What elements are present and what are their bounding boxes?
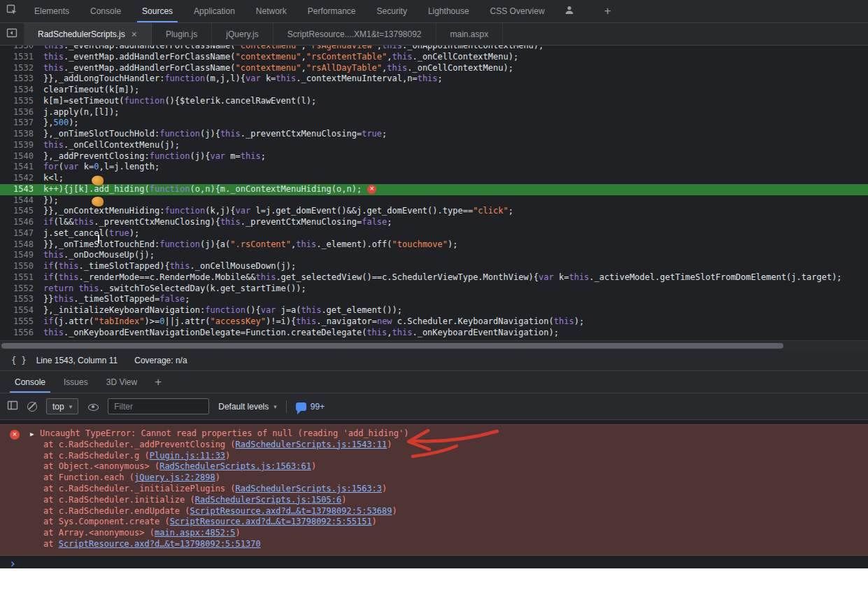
code-line-1550[interactable]: 1550if(this._timeSlotTapped){this._onCel… [0, 261, 868, 272]
javascript-context-select[interactable]: top ▾ [46, 398, 78, 414]
main-tab-strip: ElementsConsoleSourcesApplicationNetwork… [24, 0, 555, 22]
code-line-1539[interactable]: 1539this._onCellContextMenu(j); [0, 140, 868, 151]
tab-elements[interactable]: Elements [24, 0, 80, 22]
live-expression-eye-icon[interactable] [87, 401, 99, 412]
tab-security[interactable]: Security [367, 0, 418, 22]
code-line-1530[interactable]: 1530this._eventMap.addHandlerForClassNam… [0, 46, 868, 52]
code-line-1552[interactable]: 1552return this._switchToSelectedDay(k.g… [0, 284, 868, 295]
clear-console-icon[interactable] [27, 402, 37, 412]
line-number[interactable]: 1555 [0, 316, 43, 328]
line-number[interactable]: 1553 [0, 294, 43, 305]
drawer-tab-3d-view[interactable]: 3D View [97, 371, 146, 393]
pretty-print-button[interactable]: { } [7, 356, 31, 365]
line-number[interactable]: 1537 [0, 118, 43, 129]
line-number[interactable]: 1539 [0, 140, 43, 151]
code-line-1548[interactable]: 1548}},_onTimeSlotTouchEnd:function(j){a… [0, 239, 868, 251]
line-number[interactable]: 1530 [0, 46, 43, 52]
line-number[interactable]: 1543 [0, 184, 43, 195]
line-number[interactable]: 1535 [0, 96, 43, 107]
code-line-1533[interactable]: 1533}},_addLongTouchHandler:function(m,j… [0, 74, 868, 85]
toggle-navigator-button[interactable] [0, 23, 24, 45]
line-number[interactable]: 1532 [0, 63, 43, 74]
line-number[interactable]: 1548 [0, 239, 43, 251]
code-line-1537[interactable]: 1537},500); [0, 118, 868, 129]
stack-link[interactable]: RadSchedulerScripts.js:1543:11 [236, 440, 387, 449]
code-line-1534[interactable]: 1534clearTimeout(k[m]); [0, 85, 868, 96]
tab-network[interactable]: Network [246, 0, 297, 22]
stack-link[interactable]: ScriptResource.axd?d…&t=13798092:5:53689 [190, 506, 392, 516]
code-line-1542[interactable]: 1542k<l; [0, 173, 868, 184]
code-line-1532[interactable]: 1532this._eventMap.addHandlerForClassNam… [0, 63, 868, 74]
code-line-1556[interactable]: 1556this._onKeyboardEventNavigationDeleg… [0, 328, 868, 339]
log-levels-dropdown[interactable]: Default levels ▾ [218, 402, 277, 412]
tab-performance[interactable]: Performance [297, 0, 367, 22]
console-sidebar-toggle-button[interactable] [7, 400, 18, 414]
line-number[interactable]: 1545 [0, 206, 43, 217]
line-number[interactable]: 1533 [0, 74, 43, 85]
file-tab-jquery-js[interactable]: jQuery.js [212, 23, 273, 45]
tab-console[interactable]: Console [80, 0, 131, 22]
line-number[interactable]: 1542 [0, 173, 43, 184]
line-number[interactable]: 1536 [0, 107, 43, 118]
line-number[interactable]: 1544 [0, 195, 43, 206]
line-number[interactable]: 1538 [0, 129, 43, 140]
close-icon[interactable]: × [131, 29, 137, 39]
code-line-1553[interactable]: 1553}}this._timeSlotTapped=false; [0, 294, 868, 305]
horizontal-scrollbar[interactable] [0, 340, 868, 350]
messages-count-badge[interactable]: 99+ [296, 402, 325, 412]
stack-link[interactable]: RadSchedulerScripts.js:1563:61 [159, 461, 311, 471]
line-number[interactable]: 1546 [0, 217, 43, 228]
code-line-1544[interactable]: 1544}); [0, 195, 868, 206]
stack-link[interactable]: RadSchedulerScripts.js:1505:6 [195, 495, 342, 505]
code-line-1541[interactable]: 1541for(var k=0,l=j.length; [0, 162, 868, 173]
tab-sources[interactable]: Sources [131, 0, 183, 22]
code-line-1543[interactable]: 1543k++){j[k].add_hiding(function(o,n){m… [0, 184, 868, 195]
code-line-1535[interactable]: 1535k[m]=setTimeout(function(){$telerik.… [0, 96, 868, 107]
code-line-1538[interactable]: 1538},_onTimeSlotTouchHold:function(j){t… [0, 129, 868, 140]
tab-css-overview[interactable]: CSS Overview [480, 0, 555, 22]
file-tab-plugin-js[interactable]: Plugin.js [152, 23, 212, 45]
add-tab-button[interactable]: + [596, 0, 620, 22]
inspect-element-button[interactable] [0, 0, 24, 22]
line-number[interactable]: 1541 [0, 162, 43, 173]
stack-link[interactable]: ScriptResource.axd?d…&t=13798092:5:51370 [59, 539, 261, 549]
stack-link[interactable]: jQuery.js:2:2898 [134, 472, 215, 482]
line-number[interactable]: 1540 [0, 151, 43, 162]
navigator-panel-icon [6, 27, 17, 41]
code-line-1554[interactable]: 1554},_initializeKeyboardNavigation:func… [0, 305, 868, 316]
line-number[interactable]: 1547 [0, 228, 43, 239]
stack-link[interactable]: Plugin.js:11:33 [150, 451, 225, 461]
line-number[interactable]: 1551 [0, 272, 43, 284]
drawer-add-tab-button[interactable]: + [146, 371, 170, 393]
tab-application[interactable]: Application [183, 0, 246, 22]
stack-link[interactable]: RadSchedulerScripts.js:1563:3 [236, 484, 383, 493]
code-line-1536[interactable]: 1536j.apply(n,[l]); [0, 107, 868, 118]
code-line-1545[interactable]: 1545}},_onContextMenuHiding:function(k,j… [0, 206, 868, 217]
line-number[interactable]: 1534 [0, 85, 43, 96]
file-tab-main-aspx[interactable]: main.aspx [436, 23, 504, 45]
line-number[interactable]: 1552 [0, 284, 43, 295]
code-line-1546[interactable]: 1546if(l&&this._preventCtxMenuClosing){t… [0, 217, 868, 228]
line-number[interactable]: 1556 [0, 328, 43, 339]
code-line-1555[interactable]: 1555if(j.attr("tabIndex")>=0||j.attr("ac… [0, 316, 868, 328]
line-number[interactable]: 1554 [0, 305, 43, 316]
tab-lighthouse[interactable]: Lighthouse [418, 0, 480, 22]
console-filter-input[interactable] [108, 398, 209, 414]
line-number[interactable]: 1550 [0, 261, 43, 272]
code-line-1549[interactable]: 1549this._onDocMouseUp(j); [0, 250, 868, 261]
file-tab-scriptresource-xm1-t-13798092[interactable]: ScriptResource....XM1&t=13798092 [273, 23, 436, 45]
drawer-tab-issues[interactable]: Issues [55, 371, 97, 393]
scrollbar-thumb[interactable] [1, 343, 783, 349]
code-line-1531[interactable]: 1531this._eventMap.addHandlerForClassNam… [0, 52, 868, 63]
line-number[interactable]: 1531 [0, 52, 43, 63]
file-tab-radschedulerscripts-js[interactable]: RadSchedulerScripts.js× [24, 23, 152, 45]
code-line-1551[interactable]: 1551if(this._renderMode==c.RenderMode.Mo… [0, 272, 868, 284]
drawer-tab-console[interactable]: Console [6, 371, 55, 393]
stack-link[interactable]: main.aspx:4852:5 [155, 528, 236, 538]
code-line-1540[interactable]: 1540},_addPreventClosing:function(j){var… [0, 151, 868, 162]
expand-triangle-icon[interactable]: ▶ [30, 429, 34, 440]
line-number[interactable]: 1549 [0, 250, 43, 261]
user-button[interactable] [558, 0, 581, 22]
code-line-1547[interactable]: 1547j.set_cancel(true); [0, 228, 868, 239]
stack-link[interactable]: ScriptResource.axd?d…&t=13798092:5:55151 [170, 517, 372, 526]
